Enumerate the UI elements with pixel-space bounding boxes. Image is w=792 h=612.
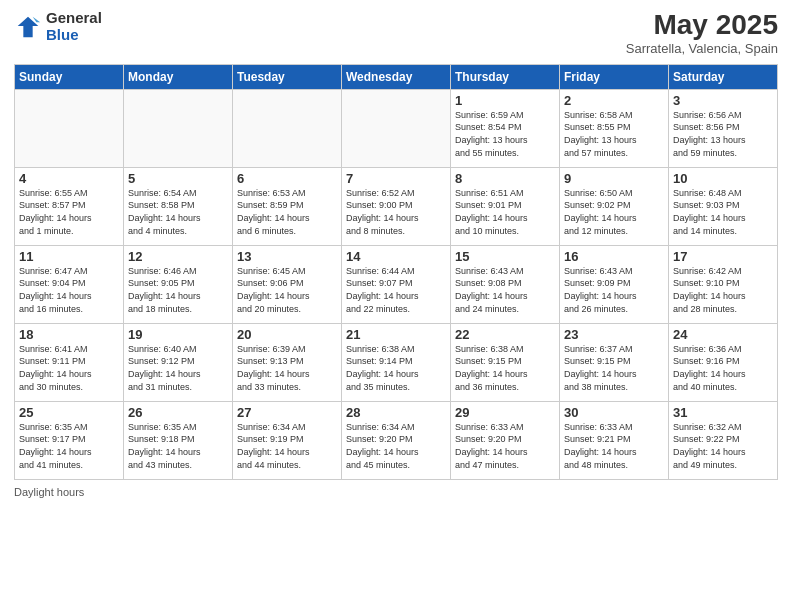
day-number: 14 bbox=[346, 249, 446, 264]
day-info: Sunrise: 6:38 AM Sunset: 9:14 PM Dayligh… bbox=[346, 343, 446, 393]
footer-text: Daylight hours bbox=[14, 486, 84, 498]
calendar-cell: 29Sunrise: 6:33 AM Sunset: 9:20 PM Dayli… bbox=[451, 401, 560, 479]
calendar-cell: 5Sunrise: 6:54 AM Sunset: 8:58 PM Daylig… bbox=[124, 167, 233, 245]
day-info: Sunrise: 6:35 AM Sunset: 9:18 PM Dayligh… bbox=[128, 421, 228, 471]
calendar-cell: 21Sunrise: 6:38 AM Sunset: 9:14 PM Dayli… bbox=[342, 323, 451, 401]
day-number: 24 bbox=[673, 327, 773, 342]
calendar-day-header: Tuesday bbox=[233, 64, 342, 89]
day-info: Sunrise: 6:41 AM Sunset: 9:11 PM Dayligh… bbox=[19, 343, 119, 393]
day-info: Sunrise: 6:44 AM Sunset: 9:07 PM Dayligh… bbox=[346, 265, 446, 315]
day-info: Sunrise: 6:43 AM Sunset: 9:09 PM Dayligh… bbox=[564, 265, 664, 315]
day-number: 19 bbox=[128, 327, 228, 342]
calendar-cell: 8Sunrise: 6:51 AM Sunset: 9:01 PM Daylig… bbox=[451, 167, 560, 245]
day-info: Sunrise: 6:56 AM Sunset: 8:56 PM Dayligh… bbox=[673, 109, 773, 159]
logo-text: General Blue bbox=[46, 10, 102, 43]
day-info: Sunrise: 6:40 AM Sunset: 9:12 PM Dayligh… bbox=[128, 343, 228, 393]
calendar-cell: 20Sunrise: 6:39 AM Sunset: 9:13 PM Dayli… bbox=[233, 323, 342, 401]
day-number: 10 bbox=[673, 171, 773, 186]
day-info: Sunrise: 6:37 AM Sunset: 9:15 PM Dayligh… bbox=[564, 343, 664, 393]
day-number: 22 bbox=[455, 327, 555, 342]
day-info: Sunrise: 6:33 AM Sunset: 9:21 PM Dayligh… bbox=[564, 421, 664, 471]
calendar-day-header: Friday bbox=[560, 64, 669, 89]
calendar-cell: 19Sunrise: 6:40 AM Sunset: 9:12 PM Dayli… bbox=[124, 323, 233, 401]
logo: General Blue bbox=[14, 10, 102, 43]
day-number: 11 bbox=[19, 249, 119, 264]
day-info: Sunrise: 6:36 AM Sunset: 9:16 PM Dayligh… bbox=[673, 343, 773, 393]
month-title: May 2025 bbox=[626, 10, 778, 41]
footer: Daylight hours bbox=[14, 486, 778, 498]
calendar-cell: 23Sunrise: 6:37 AM Sunset: 9:15 PM Dayli… bbox=[560, 323, 669, 401]
calendar-cell: 6Sunrise: 6:53 AM Sunset: 8:59 PM Daylig… bbox=[233, 167, 342, 245]
calendar-cell: 1Sunrise: 6:59 AM Sunset: 8:54 PM Daylig… bbox=[451, 89, 560, 167]
calendar-cell: 10Sunrise: 6:48 AM Sunset: 9:03 PM Dayli… bbox=[669, 167, 778, 245]
calendar-cell: 28Sunrise: 6:34 AM Sunset: 9:20 PM Dayli… bbox=[342, 401, 451, 479]
location-subtitle: Sarratella, Valencia, Spain bbox=[626, 41, 778, 56]
day-number: 17 bbox=[673, 249, 773, 264]
calendar-cell: 26Sunrise: 6:35 AM Sunset: 9:18 PM Dayli… bbox=[124, 401, 233, 479]
day-number: 25 bbox=[19, 405, 119, 420]
day-number: 6 bbox=[237, 171, 337, 186]
day-number: 1 bbox=[455, 93, 555, 108]
calendar-day-header: Wednesday bbox=[342, 64, 451, 89]
calendar-cell: 25Sunrise: 6:35 AM Sunset: 9:17 PM Dayli… bbox=[15, 401, 124, 479]
calendar-cell bbox=[342, 89, 451, 167]
day-number: 5 bbox=[128, 171, 228, 186]
day-number: 30 bbox=[564, 405, 664, 420]
calendar-cell: 13Sunrise: 6:45 AM Sunset: 9:06 PM Dayli… bbox=[233, 245, 342, 323]
day-info: Sunrise: 6:42 AM Sunset: 9:10 PM Dayligh… bbox=[673, 265, 773, 315]
calendar-cell: 24Sunrise: 6:36 AM Sunset: 9:16 PM Dayli… bbox=[669, 323, 778, 401]
day-info: Sunrise: 6:32 AM Sunset: 9:22 PM Dayligh… bbox=[673, 421, 773, 471]
calendar-cell: 30Sunrise: 6:33 AM Sunset: 9:21 PM Dayli… bbox=[560, 401, 669, 479]
day-info: Sunrise: 6:45 AM Sunset: 9:06 PM Dayligh… bbox=[237, 265, 337, 315]
logo-general: General bbox=[46, 9, 102, 26]
page: General Blue May 2025 Sarratella, Valenc… bbox=[0, 0, 792, 612]
calendar-table: SundayMondayTuesdayWednesdayThursdayFrid… bbox=[14, 64, 778, 480]
day-info: Sunrise: 6:54 AM Sunset: 8:58 PM Dayligh… bbox=[128, 187, 228, 237]
day-info: Sunrise: 6:39 AM Sunset: 9:13 PM Dayligh… bbox=[237, 343, 337, 393]
day-info: Sunrise: 6:33 AM Sunset: 9:20 PM Dayligh… bbox=[455, 421, 555, 471]
day-number: 26 bbox=[128, 405, 228, 420]
day-number: 8 bbox=[455, 171, 555, 186]
day-info: Sunrise: 6:58 AM Sunset: 8:55 PM Dayligh… bbox=[564, 109, 664, 159]
logo-blue: Blue bbox=[46, 26, 79, 43]
calendar-cell: 4Sunrise: 6:55 AM Sunset: 8:57 PM Daylig… bbox=[15, 167, 124, 245]
calendar-cell: 14Sunrise: 6:44 AM Sunset: 9:07 PM Dayli… bbox=[342, 245, 451, 323]
calendar-cell: 7Sunrise: 6:52 AM Sunset: 9:00 PM Daylig… bbox=[342, 167, 451, 245]
calendar-cell: 15Sunrise: 6:43 AM Sunset: 9:08 PM Dayli… bbox=[451, 245, 560, 323]
calendar-cell: 27Sunrise: 6:34 AM Sunset: 9:19 PM Dayli… bbox=[233, 401, 342, 479]
calendar-week-row: 11Sunrise: 6:47 AM Sunset: 9:04 PM Dayli… bbox=[15, 245, 778, 323]
day-number: 23 bbox=[564, 327, 664, 342]
day-info: Sunrise: 6:52 AM Sunset: 9:00 PM Dayligh… bbox=[346, 187, 446, 237]
day-number: 21 bbox=[346, 327, 446, 342]
day-number: 2 bbox=[564, 93, 664, 108]
day-number: 20 bbox=[237, 327, 337, 342]
calendar-cell: 18Sunrise: 6:41 AM Sunset: 9:11 PM Dayli… bbox=[15, 323, 124, 401]
day-number: 27 bbox=[237, 405, 337, 420]
day-info: Sunrise: 6:53 AM Sunset: 8:59 PM Dayligh… bbox=[237, 187, 337, 237]
day-info: Sunrise: 6:50 AM Sunset: 9:02 PM Dayligh… bbox=[564, 187, 664, 237]
day-number: 29 bbox=[455, 405, 555, 420]
day-info: Sunrise: 6:38 AM Sunset: 9:15 PM Dayligh… bbox=[455, 343, 555, 393]
day-number: 28 bbox=[346, 405, 446, 420]
day-number: 4 bbox=[19, 171, 119, 186]
calendar-cell bbox=[15, 89, 124, 167]
logo-icon bbox=[14, 13, 42, 41]
calendar-cell: 31Sunrise: 6:32 AM Sunset: 9:22 PM Dayli… bbox=[669, 401, 778, 479]
calendar-cell: 11Sunrise: 6:47 AM Sunset: 9:04 PM Dayli… bbox=[15, 245, 124, 323]
calendar-cell: 22Sunrise: 6:38 AM Sunset: 9:15 PM Dayli… bbox=[451, 323, 560, 401]
calendar-cell: 12Sunrise: 6:46 AM Sunset: 9:05 PM Dayli… bbox=[124, 245, 233, 323]
day-info: Sunrise: 6:47 AM Sunset: 9:04 PM Dayligh… bbox=[19, 265, 119, 315]
day-number: 31 bbox=[673, 405, 773, 420]
calendar-cell: 17Sunrise: 6:42 AM Sunset: 9:10 PM Dayli… bbox=[669, 245, 778, 323]
calendar-cell bbox=[233, 89, 342, 167]
day-info: Sunrise: 6:59 AM Sunset: 8:54 PM Dayligh… bbox=[455, 109, 555, 159]
day-info: Sunrise: 6:48 AM Sunset: 9:03 PM Dayligh… bbox=[673, 187, 773, 237]
day-info: Sunrise: 6:34 AM Sunset: 9:20 PM Dayligh… bbox=[346, 421, 446, 471]
calendar-day-header: Monday bbox=[124, 64, 233, 89]
day-number: 3 bbox=[673, 93, 773, 108]
day-number: 9 bbox=[564, 171, 664, 186]
day-number: 7 bbox=[346, 171, 446, 186]
calendar-cell bbox=[124, 89, 233, 167]
day-info: Sunrise: 6:43 AM Sunset: 9:08 PM Dayligh… bbox=[455, 265, 555, 315]
calendar-day-header: Sunday bbox=[15, 64, 124, 89]
